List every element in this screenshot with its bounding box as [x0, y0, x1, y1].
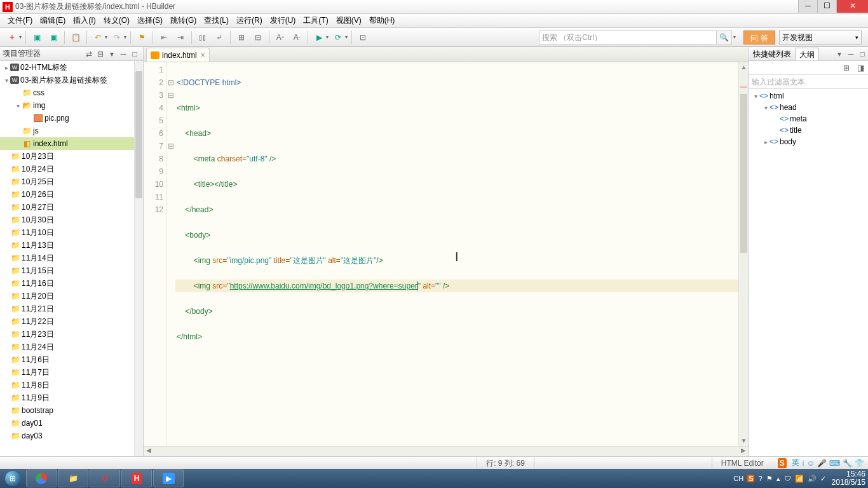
config-button[interactable]: ⊡ — [356, 30, 370, 44]
tree-item[interactable]: 📁10月26日 — [0, 188, 143, 201]
outline-item[interactable]: ▸<>body — [749, 136, 868, 147]
taskbar-chrome[interactable] — [26, 470, 57, 487]
font-decrease-button[interactable]: A- — [290, 30, 304, 44]
search-button[interactable]: 🔍 — [717, 30, 732, 44]
close-button[interactable]: ✕ — [836, 0, 868, 13]
tray-volume-icon[interactable]: 🔊 — [808, 475, 817, 483]
tree-item[interactable]: 📁bootstrap — [0, 404, 143, 417]
tree-item[interactable]: ▾W03-图片标签及超链接标签 — [0, 74, 143, 86]
tree-item[interactable]: 📁11月6日 — [0, 353, 143, 366]
tree-item[interactable]: 📁11月21日 — [0, 302, 143, 315]
font-increase-button[interactable]: A+ — [273, 30, 287, 44]
run-button[interactable]: ▶ — [312, 30, 326, 44]
search-input[interactable]: 搜索 （双击Ctrl） — [539, 30, 717, 44]
skin-icon[interactable]: 👕 — [855, 459, 864, 468]
uncomment-button[interactable]: ⊟ — [251, 30, 265, 44]
menu-file[interactable]: 文件(F) — [4, 15, 36, 26]
mic-icon[interactable]: 🎤 — [817, 459, 827, 468]
ime-lang-icon[interactable]: 英 — [792, 458, 799, 468]
tab-close-icon[interactable]: × — [201, 51, 205, 60]
tree-item[interactable]: 📁11月20日 — [0, 290, 143, 302]
tab-shortcuts[interactable]: 快捷键列表 — [749, 48, 795, 60]
tree-item[interactable]: 📁10月24日 — [0, 163, 143, 175]
tree-item[interactable]: 📁11月15日 — [0, 264, 143, 277]
taskbar-explorer[interactable]: 📁 — [58, 470, 88, 487]
minimize-button[interactable]: ─ — [798, 0, 817, 13]
view-selector[interactable]: 开发视图▾ — [779, 30, 862, 44]
tool-icon[interactable]: 🔧 — [843, 459, 852, 468]
paste-button[interactable]: 📋 — [69, 30, 83, 44]
tree-item[interactable]: 📁11月10日 — [0, 226, 143, 239]
comment-button[interactable]: ⊞ — [234, 30, 248, 44]
redo-button[interactable]: ↷ — [110, 30, 124, 44]
save-button[interactable]: ▣ — [30, 30, 44, 44]
menu-help[interactable]: 帮助(H) — [365, 15, 399, 26]
menu-goto[interactable]: 跳转(G) — [166, 15, 200, 26]
tray-expand-icon[interactable]: ⁞ — [802, 459, 804, 468]
tray-help-icon[interactable]: ? — [758, 475, 762, 482]
project-tree[interactable]: ▸W02-HTML标签▾W03-图片标签及超链接标签📁css▾📂imgpic.p… — [0, 61, 143, 456]
menu-select[interactable]: 选择(S) — [133, 15, 166, 26]
editor-body[interactable]: 123456789101112 ⊟⊟⊟ <!DOCTYPE html> <htm… — [144, 62, 749, 446]
bookmark-button[interactable]: ⚑ — [135, 30, 149, 44]
tree-item[interactable]: ▾📂img — [0, 99, 143, 112]
tree-item[interactable]: 📁11月16日 — [0, 277, 143, 290]
tree-item[interactable]: ▸W02-HTML标签 — [0, 61, 143, 74]
outline-item[interactable]: <>title — [749, 125, 868, 136]
tree-item[interactable]: 📁10月23日 — [0, 150, 143, 163]
menu-view[interactable]: 视图(V) — [332, 15, 365, 26]
wrap-button[interactable]: ⤶ — [212, 30, 226, 44]
tray-shield-icon[interactable]: 🛡 — [784, 475, 791, 482]
tree-item[interactable]: 📁day03 — [0, 430, 143, 442]
tree-item[interactable]: 📁day01 — [0, 417, 143, 430]
menu-run[interactable]: 运行(R) — [233, 15, 266, 26]
save-all-button[interactable]: ▣ — [46, 30, 60, 44]
outline-item[interactable]: ▾<>html — [749, 90, 868, 102]
collapse-all-icon[interactable]: ⊟ — [95, 50, 106, 58]
start-button[interactable]: ⊞ — [0, 469, 25, 488]
editor-vertical-scrollbar[interactable]: ▲ ▼ — [738, 62, 749, 446]
taskbar-app1[interactable]: G — [90, 470, 120, 487]
tab-outline[interactable]: 大纲 — [795, 48, 819, 60]
qa-button[interactable]: 问 答 — [743, 30, 775, 44]
tray-ime[interactable]: CH — [733, 475, 743, 482]
sort-icon[interactable]: ⊞ — [841, 64, 851, 72]
editor-horizontal-scrollbar[interactable]: ◀▶ — [144, 446, 749, 456]
tree-item[interactable]: 📁11月8日 — [0, 379, 143, 391]
menu-edit[interactable]: 编辑(E) — [36, 15, 69, 26]
tree-item[interactable]: 📁css — [0, 86, 143, 99]
menu-find[interactable]: 查找(L) — [200, 15, 233, 26]
taskbar-hbuilder[interactable]: H — [121, 470, 152, 487]
tree-item[interactable]: 📁11月9日 — [0, 391, 143, 404]
panel-menu-icon[interactable]: ▾ — [834, 50, 845, 58]
keyboard-icon[interactable]: ⌨ — [829, 459, 840, 468]
tree-item[interactable]: ◧index.html — [0, 137, 143, 150]
outline-item[interactable]: ▾<>head — [749, 102, 868, 113]
minimize-panel-icon[interactable]: ─ — [845, 50, 857, 58]
tray-security-icon[interactable]: ✓ — [820, 475, 826, 483]
tree-item[interactable]: 📁11月13日 — [0, 239, 143, 252]
outline-tree[interactable]: ▾<>html▾<>head<>meta<>title▸<>body — [749, 89, 868, 456]
fold-gutter[interactable]: ⊟⊟⊟ — [166, 62, 175, 446]
tree-item[interactable]: 📁11月14日 — [0, 252, 143, 264]
tray-expand-icon[interactable]: ▴ — [776, 475, 780, 483]
hide-icon[interactable]: ◨ — [855, 64, 865, 72]
tray-flag-icon[interactable]: ⚑ — [766, 475, 773, 483]
minimize-panel-icon[interactable]: ─ — [118, 50, 129, 58]
menu-publish[interactable]: 发行(U) — [266, 15, 300, 26]
new-button[interactable]: ＋ — [5, 30, 19, 44]
menu-tools[interactable]: 工具(T) — [299, 15, 332, 26]
refresh-button[interactable]: ⟳ — [331, 30, 345, 44]
sogou-icon[interactable]: S — [773, 459, 792, 468]
tree-scrollbar[interactable] — [134, 61, 143, 456]
tree-item[interactable]: 📁11月7日 — [0, 366, 143, 379]
tray-sogou-icon[interactable]: S — [747, 475, 754, 482]
link-editor-icon[interactable]: ⇄ — [83, 50, 95, 58]
menu-escape[interactable]: 转义(O) — [100, 15, 133, 26]
outdent-button[interactable]: ⇤ — [157, 30, 171, 44]
tree-item[interactable]: 📁11月24日 — [0, 341, 143, 353]
undo-button[interactable]: ↶ — [91, 30, 105, 44]
tray-network-icon[interactable]: 📶 — [795, 475, 804, 483]
maximize-button[interactable]: ☐ — [817, 0, 836, 13]
maximize-panel-icon[interactable]: □ — [129, 50, 140, 58]
